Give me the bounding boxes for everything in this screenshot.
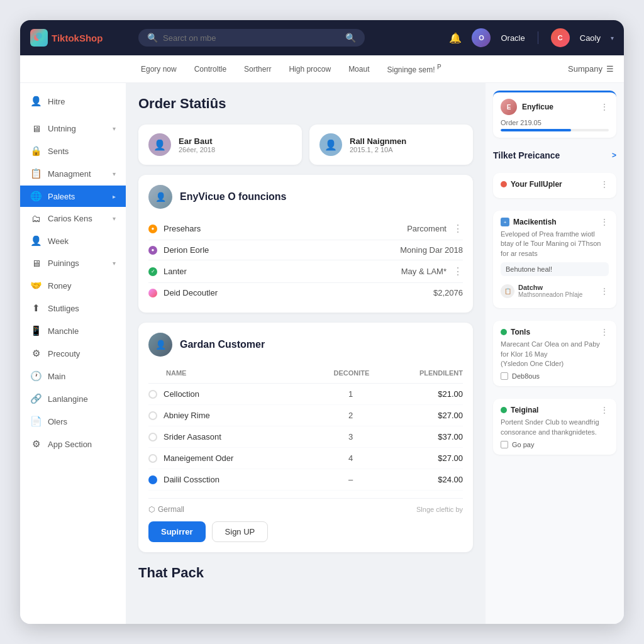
order-name-1: Rall Naignmen (350, 136, 406, 146)
rp-item-more-0[interactable]: ⋮ (600, 179, 609, 189)
submit-button[interactable]: Supirrer (148, 521, 206, 542)
subnav-item-0[interactable]: Egory now (133, 62, 184, 77)
user-name-caoly: Caoly (580, 33, 601, 43)
order-card-0: 👤 Ear Baut 26éer, 2018 (138, 125, 302, 165)
rp-checkbox-3[interactable] (501, 441, 508, 448)
rp-section-arrow[interactable]: > (612, 151, 616, 160)
paleets-arrow: ▸ (113, 193, 116, 200)
sidebar-item-untning[interactable]: 🖥 Untning ▾ (20, 118, 126, 139)
subnav-item-5[interactable]: Signinge sem! P (379, 60, 448, 77)
list-item-2: ✓ Lanter May & LAM* ⋮ (148, 260, 463, 283)
list-value-3: $2,2076 (433, 288, 463, 297)
hitre-icon: 👤 (30, 96, 42, 107)
since-label: Slnge cleftic by (416, 506, 463, 513)
logo-area: TiktokShop (30, 29, 131, 47)
list-label-3: Deid Decoutler (164, 288, 427, 297)
sidebar-item-week[interactable]: 👤 Week (20, 230, 126, 252)
row-name-4: Dailil Cossction (164, 475, 313, 484)
sents-icon: 🔒 (30, 145, 42, 157)
rp-top-more[interactable]: ⋮ (600, 102, 609, 112)
rp-item-left-1: + Macikentish (501, 218, 557, 226)
search-input[interactable] (163, 33, 340, 43)
row-price-3: $27.00 (388, 453, 463, 463)
rp-item-name-1: Macikentish (513, 218, 557, 226)
bottom-title: That Pack (138, 565, 473, 581)
app-section-label: App Section (48, 440, 116, 449)
rp-top-card: E Enyficue ⋮ Order 219.05 (493, 91, 616, 138)
puinings-arrow: ▾ (113, 260, 116, 267)
rp-sublabel-1: Behutone heal! (501, 262, 609, 276)
dropdown-arrow[interactable]: ▾ (611, 35, 614, 42)
sidebar-item-olers[interactable]: 📄 Olers (20, 411, 126, 432)
card-footer: ⬡ Germall Slnge cleftic by (148, 498, 463, 514)
list-more-0[interactable]: ⋮ (453, 223, 463, 235)
sidebar-item-sents[interactable]: 🔒 Sents (20, 140, 126, 162)
sidebar-hitre-label: Hitre (48, 97, 116, 106)
order-info-0: Ear Baut 26éer, 2018 (179, 136, 215, 153)
main-icon: 🕐 (30, 370, 42, 382)
btn-row: Supirrer Sign UP (148, 521, 463, 542)
search-icon: 🔍 (147, 33, 158, 43)
rp-sub-more-1[interactable]: ⋮ (600, 286, 609, 296)
signup-button[interactable]: Sign UP (212, 521, 269, 542)
radio-3[interactable] (148, 454, 157, 463)
sidebar-item-paleets[interactable]: 🌐 Paleets ▸ (20, 186, 126, 207)
radio-1[interactable] (148, 411, 157, 420)
rp-item-2: Tonls ⋮ Marecant Car Olea on and Paby fo… (493, 321, 616, 386)
order-name-0: Ear Baut (179, 136, 215, 146)
sidebar-item-precouty[interactable]: ⚙ Precouty (20, 343, 126, 364)
dot-1: ● (148, 246, 157, 255)
sidebar-item-app-section[interactable]: ⚙ App Section (20, 433, 126, 455)
order-date-0: 26éer, 2018 (179, 146, 215, 153)
list-item-3: Deid Decoutler $2,2076 (148, 283, 463, 303)
list-more-2[interactable]: ⋮ (453, 265, 463, 277)
sidebar-item-hitre[interactable]: 👤 Hitre (20, 91, 126, 112)
row-dec-0: 1 (313, 389, 388, 399)
rp-sub-name-1: Datchw (518, 284, 582, 291)
notification-icon[interactable]: 🔔 (449, 32, 462, 44)
rp-check-label-2: Deb8ous (512, 372, 540, 380)
subnav-item-3[interactable]: High procow (281, 62, 338, 77)
dot-3 (148, 289, 157, 297)
sidebar-item-stutliges[interactable]: ⬆ Stutliges (20, 297, 126, 319)
sidebar-item-lanlangine[interactable]: 🔗 Lanlangine (20, 388, 126, 409)
precouty-icon: ⚙ (30, 348, 42, 359)
rp-item-more-2[interactable]: ⋮ (600, 327, 609, 337)
row-price-2: $37.00 (388, 432, 463, 441)
radio-2[interactable] (148, 433, 157, 441)
sidebar-item-manchle[interactable]: 📱 Manchle (20, 320, 126, 341)
sidebar-item-carios[interactable]: 🗂 Carios Kens ▾ (20, 208, 126, 229)
sidebar-item-puinings[interactable]: 🖥 Puinings ▾ (20, 253, 126, 274)
subnav-item-4[interactable]: Moaut (341, 62, 377, 77)
rp-item-name-2: Tonls (511, 328, 530, 336)
rp-checkbox-2[interactable] (501, 372, 508, 380)
managment-icon: 📋 (30, 168, 42, 179)
rp-item-more-1[interactable]: ⋮ (600, 217, 609, 227)
radio-0[interactable] (148, 390, 157, 399)
rp-section-title: Tilket Preicance > (493, 150, 616, 160)
main-layout: 👤 Hitre 🖥 Untning ▾ 🔒 Sents 📋 Managment … (20, 83, 624, 624)
col-header-dec: Deconite (314, 369, 389, 377)
radio-4[interactable] (148, 475, 157, 484)
rp-item-desc-1: Eveloped of Prea framthe wiotl btay of l… (501, 230, 609, 258)
col-header-name: Name (148, 369, 314, 377)
right-panel: E Enyficue ⋮ Order 219.05 Tilket Preican… (486, 83, 624, 624)
rp-order-label: Order 219.05 (501, 119, 609, 126)
search-bar[interactable]: 🔍 🔍 (138, 29, 365, 47)
puinings-icon: 🖥 (30, 258, 42, 269)
week-icon: 👤 (30, 235, 42, 247)
subnav-item-2[interactable]: Sortherr (236, 62, 279, 77)
rp-check-label-3: Go pay (512, 441, 534, 448)
rp-sub-info-1: Datchw Mathsonneadon Phlaje (518, 284, 582, 298)
subnav-item-1[interactable]: Controltle (187, 62, 234, 77)
user-name-oracle: Oracle (501, 33, 525, 43)
dot-2: ✓ (148, 267, 157, 276)
sidebar-item-roney[interactable]: 🤝 Roney (20, 275, 126, 296)
sidebar-item-managment[interactable]: 📋 Managment ▾ (20, 163, 126, 184)
sidebar-item-main[interactable]: 🕐 Main (20, 365, 126, 387)
search-right-icon: 🔍 (345, 33, 356, 43)
rp-dot-0 (501, 181, 507, 187)
rp-item-more-3[interactable]: ⋮ (600, 405, 609, 415)
row-dec-4: – (313, 475, 388, 484)
untning-icon: 🖥 (30, 123, 42, 134)
